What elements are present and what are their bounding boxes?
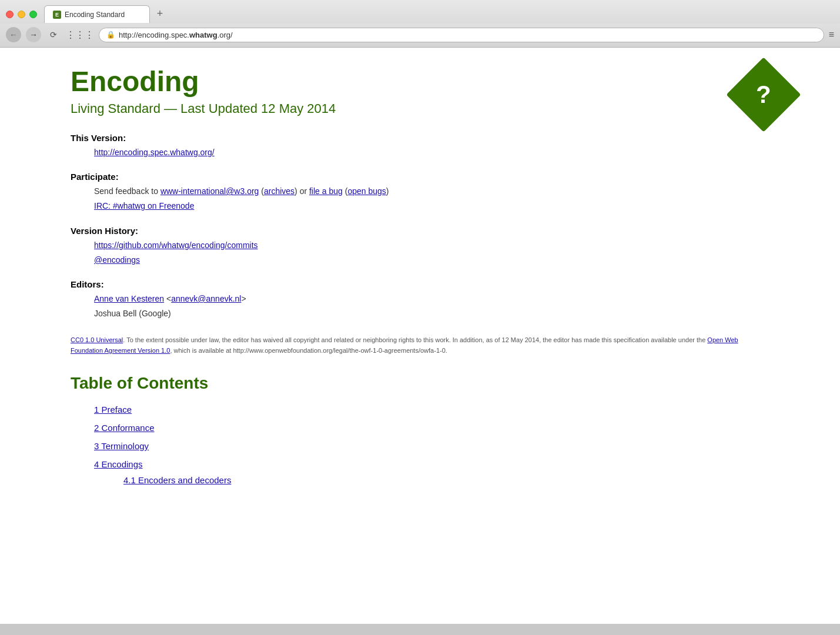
whatwg-logo: ?	[734, 65, 793, 124]
toc-link-1[interactable]: 1 Preface	[94, 405, 132, 415]
browser-chrome: E Encoding Standard + ← → ⟳ ⋮⋮⋮ 🔒 http:/…	[0, 0, 840, 48]
copyright-text2: , which is available at http://www.openw…	[170, 347, 447, 354]
tab-title: Encoding Standard	[65, 11, 125, 19]
toc-link-3[interactable]: 3 Terminology	[94, 441, 149, 451]
copyright-section: CC0 1.0 Universal. To the extent possibl…	[71, 335, 769, 356]
logo-symbol: ?	[756, 82, 771, 107]
toc-link-2[interactable]: 2 Conformance	[94, 423, 155, 433]
toc-link-4-1[interactable]: 4.1 Encoders and decoders	[123, 475, 231, 485]
page-subtitle: Living Standard — Last Updated 12 May 20…	[71, 101, 769, 116]
editors-label: Editors:	[71, 279, 769, 289]
forward-button[interactable]: →	[26, 27, 41, 42]
toc-item-2: 2 Conformance	[94, 423, 769, 433]
participate-link-bug[interactable]: file a bug	[309, 186, 343, 196]
toc-sub-list: 4.1 Encoders and decoders	[123, 475, 769, 485]
participate-link-openbugs[interactable]: open bugs	[347, 186, 386, 196]
chrome-menu-icon[interactable]: ≡	[829, 29, 834, 40]
this-version-section: This Version: http://encoding.spec.whatw…	[71, 133, 769, 160]
refresh-button[interactable]: ⟳	[46, 27, 61, 42]
this-version-link[interactable]: http://encoding.spec.whatwg.org/	[94, 148, 215, 157]
version-history-encodings-link[interactable]: @encodings	[94, 255, 140, 265]
version-history-content: https://github.com/whatwg/encoding/commi…	[94, 238, 769, 268]
editor1-email-post: >	[241, 294, 246, 303]
maximize-button[interactable]	[29, 11, 37, 18]
toc-title: Table of Contents	[71, 374, 769, 393]
editor1-email-pre: <	[166, 294, 171, 303]
toc-item-3: 3 Terminology	[94, 441, 769, 451]
participate-label: Participate:	[71, 172, 769, 182]
participate-text-pre: Send feedback to	[94, 186, 160, 196]
page-title: Encoding	[71, 65, 769, 98]
participate-section: Participate: Send feedback to www-intern…	[71, 172, 769, 213]
version-history-label: Version History:	[71, 226, 769, 236]
apps-icon[interactable]: ⋮⋮⋮	[66, 29, 94, 41]
participate-link-w3[interactable]: www-international@w3.org	[160, 186, 259, 196]
close-button[interactable]	[6, 11, 14, 18]
new-tab-button[interactable]: +	[152, 6, 168, 21]
address-bar: ← → ⟳ ⋮⋮⋮ 🔒 http://encoding.spec.whatwg.…	[0, 24, 840, 47]
participate-content: Send feedback to www-international@w3.or…	[94, 184, 769, 213]
paren-close: ) or	[294, 186, 309, 196]
title-bar: E Encoding Standard +	[0, 0, 840, 24]
copyright-text: . To the extent possible under law, the …	[123, 336, 707, 343]
participate-link-archives[interactable]: archives	[264, 186, 294, 196]
version-history-github-link[interactable]: https://github.com/whatwg/encoding/commi…	[94, 240, 258, 250]
toc-item-4-1: 4.1 Encoders and decoders	[123, 475, 769, 485]
version-history-section: Version History: https://github.com/what…	[71, 226, 769, 268]
page-content: ? Encoding Living Standard — Last Update…	[0, 48, 840, 624]
minimize-button[interactable]	[18, 11, 25, 18]
editors-content: Anne van Kesteren <annevk@annevk.nl> Jos…	[94, 292, 769, 321]
window-controls	[6, 11, 37, 18]
editors-section: Editors: Anne van Kesteren <annevk@annev…	[71, 279, 769, 321]
editor2-name: Joshua Bell (Google)	[94, 309, 171, 318]
this-version-content: http://encoding.spec.whatwg.org/	[94, 145, 769, 160]
toc-item-1: 1 Preface	[94, 405, 769, 415]
toc-list: 1 Preface 2 Conformance 3 Terminology 4 …	[94, 405, 769, 485]
copyright-link1[interactable]: CC0 1.0 Universal	[71, 336, 123, 343]
browser-tab[interactable]: E Encoding Standard	[44, 5, 150, 23]
paren2-close: )	[386, 186, 389, 196]
toc-link-4[interactable]: 4 Encodings	[94, 459, 143, 469]
logo-diamond: ?	[726, 57, 801, 132]
toc-item-4: 4 Encodings 4.1 Encoders and decoders	[94, 459, 769, 485]
tab-favicon: E	[53, 11, 61, 19]
editor1-email-link[interactable]: annevk@annevk.nl	[171, 294, 241, 303]
participate-irc-link[interactable]: IRC: #whatwg on Freenode	[94, 201, 194, 210]
url-display: http://encoding.spec.whatwg.org/	[119, 31, 816, 39]
this-version-label: This Version:	[71, 133, 769, 143]
editor1-name-link[interactable]: Anne van Kesteren	[94, 294, 164, 303]
url-bar[interactable]: 🔒 http://encoding.spec.whatwg.org/	[99, 28, 824, 42]
paren-open: (	[259, 186, 264, 196]
security-icon: 🔒	[106, 31, 115, 39]
back-button[interactable]: ←	[6, 27, 21, 42]
